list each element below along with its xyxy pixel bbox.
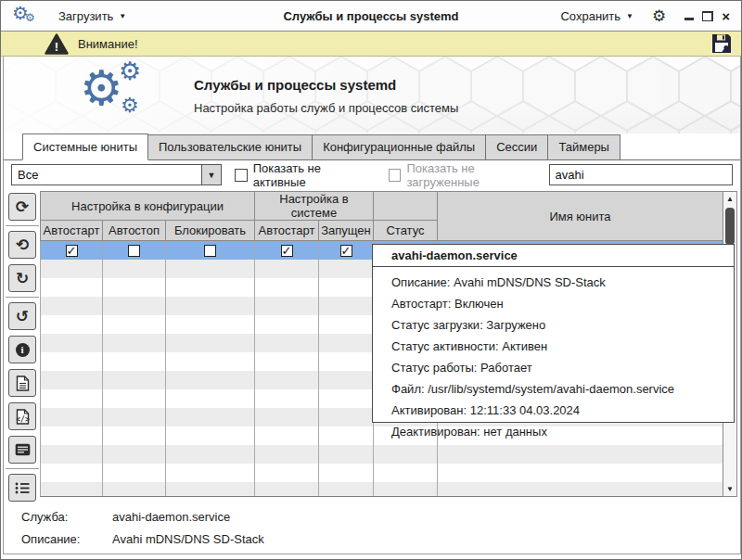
undo-button[interactable]: ↺: [8, 302, 36, 330]
toolbar-separator: [6, 468, 39, 469]
scroll-up-icon[interactable]: ▲: [723, 192, 736, 206]
edit-source-button[interactable]: </>: [8, 402, 36, 430]
column-header-autostart-config[interactable]: Автостарт: [41, 221, 103, 241]
title-bar: ⚙ ⚙ Загрузить ▼ Службы и процессы system…: [1, 1, 741, 32]
redo-icon: ↻: [16, 269, 29, 288]
column-header-unit-name[interactable]: Имя юнита: [438, 192, 723, 241]
history-icon: ⟲: [16, 235, 29, 255]
column-header-block[interactable]: Блокировать: [166, 221, 255, 241]
show-unloaded-group: Показать не загруженные: [389, 161, 549, 189]
page-header: ⚙ ⚙ ⚙ Службы и процессы systemd Настройк…: [4, 57, 740, 134]
show-inactive-group: Показать не активные: [235, 161, 376, 189]
list-icon: [15, 482, 30, 494]
tooltip-line: Статус активности: Активен: [373, 340, 734, 352]
save-file-icon[interactable]: [711, 33, 732, 54]
show-unloaded-label: Показать не загруженные: [406, 161, 548, 189]
code-file-icon: </>: [16, 409, 30, 425]
warning-triangle-icon: !: [45, 33, 69, 55]
close-button[interactable]: ×: [722, 11, 730, 21]
autostop-checkbox[interactable]: [128, 245, 140, 257]
refresh-button[interactable]: ⟳: [8, 193, 36, 221]
filter-dropdown-value: Все: [12, 168, 201, 182]
maximize-button[interactable]: [702, 11, 713, 21]
table-row-empty[interactable]: [41, 464, 723, 482]
autostart-config-checkbox[interactable]: ✓: [66, 245, 78, 257]
tab-timers[interactable]: Таймеры: [547, 134, 620, 159]
unit-file-button[interactable]: [8, 369, 36, 397]
tooltip-line: Файл: /usr/lib/systemd/system/avahi-daem…: [373, 383, 734, 395]
app-logo-gears-icon: ⚙ ⚙ ⚙: [80, 62, 163, 129]
column-header-autostop[interactable]: Автостоп: [103, 221, 166, 241]
chevron-down-icon: ▼: [626, 12, 633, 20]
page-subtitle: Настройка работы служб и процессов систе…: [194, 101, 458, 115]
warning-text: Внимание!: [78, 37, 138, 51]
description-value: Avahi mDNS/DNS SD-Stack: [112, 532, 264, 546]
tooltip-line: Описание: Avahi mDNS/DNS SD-Stack: [373, 276, 734, 288]
svg-text:</>: </>: [16, 414, 30, 423]
unit-tooltip: avahi-daemon.service Описание: Avahi mDN…: [372, 244, 735, 423]
refresh-icon: ⟳: [16, 197, 29, 217]
table-row-empty[interactable]: [41, 482, 723, 498]
show-inactive-checkbox[interactable]: [235, 169, 248, 182]
tooltip-line: Автостарт: Включен: [373, 298, 734, 310]
load-menu-button[interactable]: Загрузить ▼: [53, 6, 132, 27]
app-window: ⚙ ⚙ Загрузить ▼ Службы и процессы system…: [0, 0, 742, 560]
page-title: Службы и процессы systemd: [194, 77, 396, 93]
column-group-system: Настройка в системе: [255, 192, 374, 221]
autostart-system-checkbox[interactable]: ✓: [281, 245, 293, 257]
tooltip-title: avahi-daemon.service: [373, 245, 734, 267]
chevron-down-icon[interactable]: ▼: [201, 165, 221, 185]
tab-bar: Системные юниты Пользовательские юниты К…: [4, 134, 740, 160]
svg-text:!: !: [55, 40, 58, 54]
tab-config-files[interactable]: Конфигурационные файлы: [312, 134, 486, 159]
tooltip-line: Активирован: 12:11:33 04.03.2024: [373, 404, 734, 416]
document-icon: [16, 375, 30, 391]
column-group-empty: [374, 192, 438, 221]
app-gears-icon: ⚙ ⚙: [12, 5, 40, 27]
dependencies-list-button[interactable]: [8, 474, 36, 502]
service-label: Служба:: [21, 510, 112, 524]
scroll-down-icon[interactable]: ▼: [723, 482, 736, 496]
table-row-empty[interactable]: [41, 445, 723, 464]
settings-gear-icon[interactable]: ⚙: [652, 8, 666, 24]
column-header-running[interactable]: Запущен: [319, 221, 374, 241]
journal-button[interactable]: [8, 436, 36, 464]
service-value: avahi-daemon.service: [112, 510, 230, 524]
block-checkbox[interactable]: [204, 245, 216, 257]
show-inactive-label: Показать не активные: [253, 161, 376, 189]
tab-user-units[interactable]: Пользовательские юниты: [147, 134, 313, 159]
tooltip-line: Статус загрузки: Загружено: [373, 319, 734, 331]
column-group-config: Настройка в конфигурации: [41, 192, 255, 221]
details-panel: Служба: avahi-daemon.service Описание: A…: [4, 502, 740, 546]
toolbar-separator: [6, 297, 39, 298]
filter-dropdown[interactable]: Все ▼: [11, 164, 222, 185]
chevron-down-icon: ▼: [119, 12, 126, 20]
load-menu-label: Загрузить: [58, 9, 113, 23]
filter-bar: Все ▼ Показать не активные Показать не з…: [4, 160, 740, 189]
save-menu-label: Сохранить: [560, 9, 620, 23]
description-label: Описание:: [21, 532, 112, 546]
running-checkbox[interactable]: ✓: [340, 245, 352, 257]
tab-sessions[interactable]: Сессии: [485, 134, 548, 159]
undo-icon: ↺: [16, 307, 29, 326]
minimize-button[interactable]: [684, 18, 694, 20]
toolbar-sidebar: ⟳ ⟲ ↻ ↺ i <: [5, 190, 40, 504]
tooltip-line: Статус работы: Работает: [373, 362, 734, 374]
tab-system-units[interactable]: Системные юниты: [22, 134, 148, 160]
console-icon: [15, 443, 31, 456]
search-input[interactable]: [549, 164, 733, 185]
scrollbar-thumb[interactable]: [725, 208, 735, 245]
info-icon: i: [16, 343, 30, 357]
column-header-autostart-system[interactable]: Автостарт: [255, 221, 319, 241]
redo-button[interactable]: ↻: [8, 264, 36, 292]
info-button[interactable]: i: [8, 336, 36, 363]
toolbar-separator: [6, 225, 39, 226]
tooltip-line: Деактивирован: нет данных: [373, 426, 734, 438]
save-menu-button[interactable]: Сохранить ▼: [555, 6, 639, 27]
main-content: ⚙ ⚙ ⚙ Службы и процессы systemd Настройк…: [3, 57, 741, 554]
show-unloaded-checkbox[interactable]: [389, 169, 402, 182]
column-header-status[interactable]: Статус: [374, 221, 438, 241]
history-restore-button[interactable]: ⟲: [8, 231, 36, 259]
warning-bar: ! Внимание!: [1, 32, 741, 57]
